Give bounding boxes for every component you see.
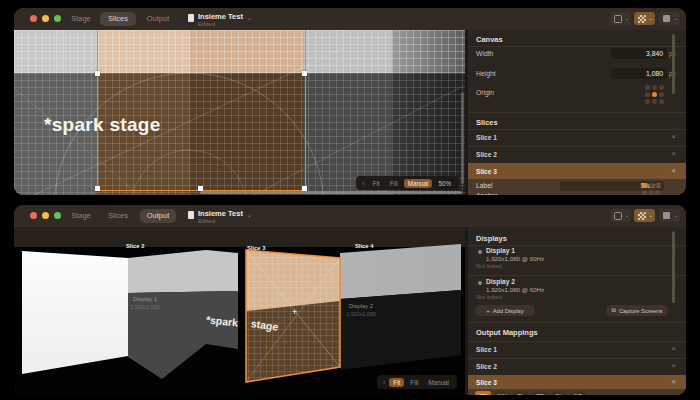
fit-button[interactable]: Fit: [389, 378, 404, 387]
plus-icon: +: [486, 308, 489, 314]
canvas-zoom-controls: ‹ Fit Fill Manual 50%: [356, 176, 459, 190]
slice-row-2[interactable]: Slice 2 ×: [468, 146, 686, 163]
chevron-down-icon[interactable]: ⌄: [247, 211, 252, 218]
display-status-dot: [478, 281, 482, 285]
tab-slices[interactable]: Slices: [100, 209, 136, 223]
close-icon[interactable]: ×: [671, 133, 676, 141]
chevron-down-icon: ⌄: [624, 15, 629, 22]
width-field[interactable]: 3,840: [611, 48, 667, 59]
capture-screens-button[interactable]: ⧉ Capture Screens: [606, 305, 668, 316]
anchor-selected-top-left[interactable]: [642, 183, 647, 188]
slice-anchor-picker[interactable]: [642, 183, 660, 195]
width-label: Width: [476, 50, 493, 57]
document-status: Edited: [198, 21, 215, 27]
add-display-button[interactable]: + Add Display: [475, 305, 535, 316]
display-status-dot: [478, 250, 482, 254]
close-icon[interactable]: ×: [671, 362, 676, 370]
display-row-1[interactable]: Display 1 1,920x1,080 @ 60Hz Not linked …: [468, 245, 686, 271]
zoom-window-button[interactable]: [54, 15, 61, 22]
corner-mode-tl[interactable]: TL: [513, 391, 529, 395]
fill-button[interactable]: Fill: [386, 179, 402, 188]
display-name: Display 1: [486, 247, 515, 254]
display-link-status: Not linked: [476, 294, 502, 300]
view-mode-solid-button[interactable]: ⌄: [659, 209, 680, 222]
zoom-level-value[interactable]: 50%: [434, 180, 455, 187]
output-inspector-panel: Displays Display 1 1,920x1,080 @ 60Hz No…: [468, 227, 686, 395]
tab-stage[interactable]: Stage: [64, 209, 98, 223]
outline-square-icon: [614, 15, 622, 23]
chevron-down-icon[interactable]: ⌄: [247, 14, 252, 21]
canvas-zoom-controls: ‹ Fit Fill Manual: [377, 375, 457, 389]
close-icon[interactable]: ×: [671, 150, 676, 158]
mapping-row-3-wrap: Slice 3 × XY WH TL TR BL BR: [468, 375, 686, 395]
view-mode-outline-button[interactable]: ⌄: [610, 209, 631, 222]
corner-mode-tr[interactable]: TR: [532, 391, 548, 395]
horizontal-scrollbar[interactable]: [200, 191, 462, 194]
section-title-slices: Slices: [476, 118, 498, 127]
minimize-window-button[interactable]: [42, 212, 49, 219]
anchor-label: Anchor: [476, 192, 498, 196]
mapping-row-1[interactable]: Slice 1 ×: [468, 341, 686, 358]
vertical-scrollbar[interactable]: [461, 92, 464, 184]
slice-row-1[interactable]: Slice 1 ×: [468, 129, 686, 146]
view-mode-texture-button[interactable]: ⌄: [634, 12, 655, 25]
filled-square-icon: [663, 212, 670, 219]
tab-output[interactable]: Output: [140, 12, 176, 26]
origin-selected-center[interactable]: [652, 92, 657, 97]
manual-button[interactable]: Manual: [424, 378, 453, 387]
panel-scrollbar[interactable]: [672, 34, 675, 94]
mapping-row-label: Slice 1: [476, 346, 497, 353]
document-title[interactable]: Insieme Test: [198, 209, 243, 218]
chevron-down-icon: ⌄: [673, 15, 678, 22]
collapse-chevron-icon[interactable]: ‹: [360, 179, 367, 188]
document-title[interactable]: Insieme Test: [198, 12, 243, 21]
collapse-chevron-icon[interactable]: ‹: [381, 378, 388, 387]
window-output-editor: Stage Slices Output Insieme Test ⌄ Edite…: [14, 205, 686, 395]
corner-mode-br[interactable]: BR: [570, 391, 586, 395]
panel-scrollbar[interactable]: [672, 231, 675, 303]
document-icon: [188, 211, 194, 219]
slice-row-3-selected[interactable]: Slice 3 ×: [468, 163, 686, 179]
close-icon[interactable]: ×: [671, 378, 676, 386]
tab-output[interactable]: Output: [140, 209, 176, 223]
fit-button[interactable]: Fit: [369, 179, 384, 188]
view-mode-outline-button[interactable]: ⌄: [610, 12, 631, 25]
fill-button[interactable]: Fill: [406, 378, 422, 387]
minimize-window-button[interactable]: [42, 15, 49, 22]
slice-handle-bottom-right[interactable]: [302, 186, 307, 191]
capture-screens-label: Capture Screens: [619, 308, 663, 314]
display-row-2[interactable]: Display 2 1,920x1,080 @ 60Hz Not linked …: [468, 276, 686, 302]
slice-row-label: Slice 3: [476, 168, 497, 175]
origin-anchor-picker[interactable]: [645, 85, 664, 104]
divider: [468, 112, 686, 113]
corner-mode-wh[interactable]: WH: [494, 391, 510, 395]
slice-handle-top-right[interactable]: [302, 71, 307, 76]
slice-handle-bottom-left[interactable]: [95, 186, 100, 191]
tab-stage[interactable]: Stage: [64, 12, 98, 26]
close-window-button[interactable]: [30, 212, 37, 219]
checker-square-icon: [638, 212, 646, 220]
close-icon[interactable]: ×: [671, 345, 676, 353]
close-icon[interactable]: ×: [671, 167, 676, 175]
height-field[interactable]: 1,080: [611, 68, 667, 79]
display-link-status: Not linked: [476, 263, 502, 269]
mapping-row-2[interactable]: Slice 2 ×: [468, 358, 686, 375]
view-mode-texture-button[interactable]: ⌄: [634, 209, 655, 222]
add-display-label: Add Display: [493, 308, 524, 314]
slice3-output-quad[interactable]: [14, 227, 465, 395]
output-canvas[interactable]: Slice 2 Slice 3 Slice 4 Display 1 1,920x…: [14, 227, 465, 395]
view-mode-solid-button[interactable]: ⌄: [659, 12, 680, 25]
slice-handle-top-left[interactable]: [95, 71, 100, 76]
section-title-output-mappings: Output Mappings: [476, 328, 538, 337]
corner-mode-xy[interactable]: XY: [475, 391, 491, 395]
slice3-selection-frame[interactable]: [97, 30, 306, 191]
close-window-button[interactable]: [30, 15, 37, 22]
capture-screens-icon: ⧉: [612, 307, 616, 314]
mapping-row-3-selected[interactable]: Slice 3 ×: [468, 375, 686, 389]
manual-button[interactable]: Manual: [404, 179, 433, 188]
slices-canvas[interactable]: *spark stage ‹ Fit Fill Manual 50%: [14, 30, 465, 195]
tab-slices[interactable]: Slices: [100, 12, 136, 26]
slice-handle-bottom-center[interactable]: [198, 186, 203, 191]
corner-mode-bl[interactable]: BL: [551, 391, 567, 395]
zoom-window-button[interactable]: [54, 212, 61, 219]
